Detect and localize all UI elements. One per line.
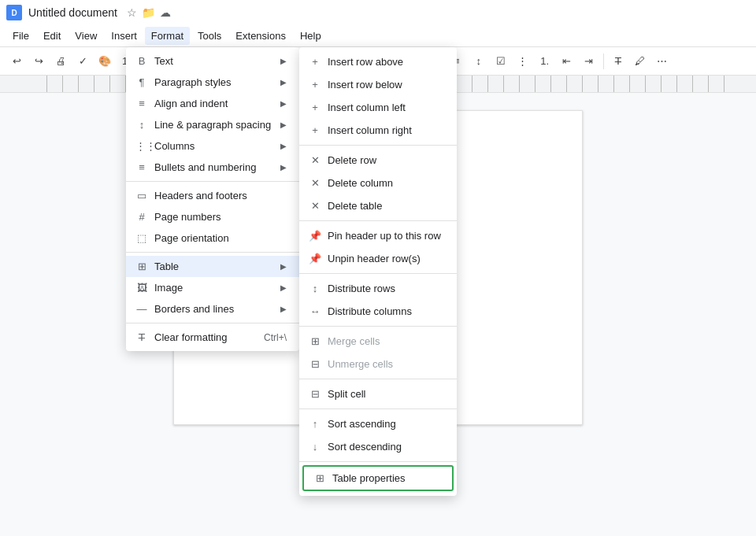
spacing-arrow: ▶: [280, 120, 287, 129]
paragraph-arrow: ▶: [280, 78, 287, 87]
split-cell-icon: ⊟: [309, 388, 321, 400]
submenu-split-cell[interactable]: ⊟ Split cell: [299, 383, 457, 405]
delete-column-label: Delete column: [328, 177, 393, 189]
format-menu-spacing[interactable]: ↕ Line & paragraph spacing ▶: [126, 114, 299, 135]
more-btn[interactable]: ⋯: [652, 51, 673, 72]
borders-icon: —: [135, 303, 148, 315]
submenu-insert-col-right[interactable]: + Insert column right: [299, 119, 457, 142]
distribute-cols-icon: ↔: [309, 305, 321, 317]
format-text-label: Text: [154, 55, 173, 67]
line-spacing-btn[interactable]: ↕: [469, 51, 489, 72]
paragraph-icon: ¶: [135, 76, 148, 88]
document-title[interactable]: Untitled document: [28, 6, 117, 19]
submenu-delete-row[interactable]: ✕ Delete row: [299, 149, 457, 172]
merge-cells-icon: ⊞: [309, 335, 321, 347]
table-submenu-divider-3: [299, 273, 457, 274]
table-arrow: ▶: [280, 262, 287, 271]
submenu-delete-table[interactable]: ✕ Delete table: [299, 194, 457, 217]
format-menu-page-numbers[interactable]: # Page numbers: [126, 206, 299, 227]
highlight-btn[interactable]: 🖊: [630, 51, 650, 72]
distribute-rows-icon: ↕: [309, 283, 321, 294]
submenu-sort-descending[interactable]: ↓ Sort descending: [299, 435, 457, 458]
table-icon: ⊞: [135, 261, 148, 272]
orientation-icon: ⬚: [135, 232, 148, 244]
clear-format-btn[interactable]: T̶: [608, 51, 628, 72]
format-menu-headers[interactable]: ▭ Headers and footers: [126, 185, 299, 206]
bullets-icon: ≡: [135, 161, 148, 173]
insert-row-above-icon: +: [309, 56, 321, 68]
insert-row-below-icon: +: [309, 79, 321, 91]
submenu-unpin-header[interactable]: 📌 Unpin header row(s): [299, 247, 457, 270]
submenu-delete-column[interactable]: ✕ Delete column: [299, 172, 457, 194]
text-icon: B: [135, 55, 148, 67]
insert-col-left-label: Insert column left: [328, 102, 406, 113]
title-actions: ☆ 📁 ☁: [127, 6, 171, 19]
delete-row-label: Delete row: [328, 154, 376, 166]
headers-icon: ▭: [135, 190, 148, 201]
submenu-distribute-rows[interactable]: ↕ Distribute rows: [299, 277, 457, 300]
image-menu-icon: 🖼: [135, 282, 148, 294]
submenu-sort-ascending[interactable]: ↑ Sort ascending: [299, 412, 457, 435]
menu-view[interactable]: View: [69, 27, 103, 45]
borders-arrow: ▶: [280, 305, 287, 313]
columns-label: Columns: [154, 140, 195, 152]
format-divider-3: [126, 323, 299, 323]
menu-format[interactable]: Format: [145, 27, 190, 45]
format-menu-text[interactable]: B Text ▶: [126, 50, 299, 72]
submenu-insert-row-below[interactable]: + Insert row below: [299, 73, 457, 96]
submenu-table-properties[interactable]: ⊞ Table properties: [302, 465, 454, 491]
table-submenu-divider-4: [299, 326, 457, 327]
app-icon: D: [6, 5, 22, 20]
menu-insert[interactable]: Insert: [105, 27, 143, 45]
unmerge-cells-label: Unmerge cells: [328, 358, 393, 370]
format-menu-paragraph-styles[interactable]: ¶ Paragraph styles ▶: [126, 72, 299, 93]
format-menu: B Text ▶ ¶ Paragraph styles ▶ ≡ Align an…: [126, 47, 299, 351]
format-menu-columns[interactable]: ⋮⋮ Columns ▶: [126, 135, 299, 157]
format-menu-clear[interactable]: T̶ Clear formatting Ctrl+\: [126, 327, 299, 348]
orientation-label: Page orientation: [154, 232, 229, 244]
page-numbers-icon: #: [135, 211, 148, 223]
indent-inc-btn[interactable]: ⇥: [579, 51, 599, 72]
format-menu-align[interactable]: ≡ Align and indent ▶: [126, 93, 299, 114]
menu-edit[interactable]: Edit: [37, 27, 67, 45]
title-bar: D Untitled document ☆ 📁 ☁: [0, 0, 756, 25]
menu-help[interactable]: Help: [294, 27, 328, 45]
table-submenu-divider-7: [299, 461, 457, 462]
submenu-insert-row-above[interactable]: + Insert row above: [299, 50, 457, 73]
submenu-merge-cells: ⊞ Merge cells: [299, 330, 457, 353]
spellcheck-btn[interactable]: ✓: [72, 51, 93, 72]
format-menu-page-orientation[interactable]: ⬚ Page orientation: [126, 227, 299, 249]
print-btn[interactable]: 🖨: [50, 51, 71, 72]
redo-btn[interactable]: ↪: [28, 51, 49, 72]
submenu-distribute-cols[interactable]: ↔ Distribute columns: [299, 300, 457, 323]
menu-file[interactable]: File: [6, 27, 35, 45]
table-submenu-divider-5: [299, 379, 457, 379]
clear-shortcut: Ctrl+\: [264, 332, 287, 343]
format-menu-table[interactable]: ⊞ Table ▶: [126, 256, 299, 277]
checklist-btn[interactable]: ☑: [491, 51, 511, 72]
cloud-icon[interactable]: ☁: [160, 6, 171, 19]
folder-icon[interactable]: 📁: [142, 6, 155, 19]
menu-tools[interactable]: Tools: [191, 27, 228, 45]
table-properties-label: Table properties: [332, 472, 406, 484]
distribute-cols-label: Distribute columns: [328, 305, 412, 317]
submenu-insert-col-left[interactable]: + Insert column left: [299, 96, 457, 119]
columns-arrow: ▶: [280, 142, 287, 150]
pin-header-label: Pin header up to this row: [328, 230, 441, 242]
submenu-pin-header[interactable]: 📌 Pin header up to this row: [299, 224, 457, 247]
table-submenu-divider-2: [299, 220, 457, 221]
bullet-list-btn[interactable]: ⋮: [513, 51, 533, 72]
menu-extensions[interactable]: Extensions: [229, 27, 292, 45]
format-menu-borders[interactable]: — Borders and lines ▶: [126, 298, 299, 320]
star-icon[interactable]: ☆: [127, 6, 137, 19]
columns-icon: ⋮⋮: [135, 140, 148, 152]
paragraph-styles-label: Paragraph styles: [154, 76, 232, 88]
format-menu-bullets[interactable]: ≡ Bullets and numbering ▶: [126, 157, 299, 178]
undo-btn[interactable]: ↩: [6, 51, 27, 72]
spacing-label: Line & paragraph spacing: [154, 119, 271, 131]
clear-icon: T̶: [135, 331, 148, 343]
number-list-btn[interactable]: 1.: [535, 51, 555, 72]
format-menu-image[interactable]: 🖼 Image ▶: [126, 277, 299, 298]
indent-dec-btn[interactable]: ⇤: [557, 51, 577, 72]
paintformat-btn[interactable]: 🎨: [94, 51, 115, 72]
